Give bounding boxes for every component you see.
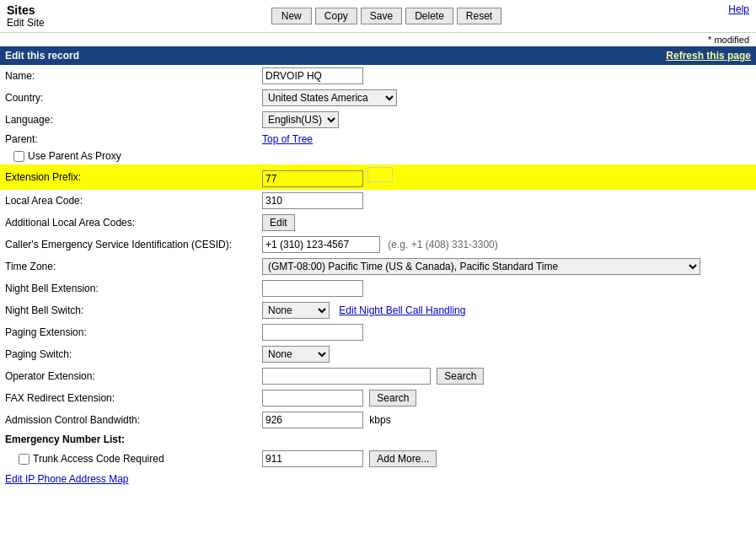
- admission-bandwidth-row: Admission Control Bandwidth: kbps: [0, 409, 756, 431]
- parent-link[interactable]: Top of Tree: [262, 133, 313, 145]
- additional-area-edit-button[interactable]: Edit: [262, 214, 295, 231]
- trunk-access-row: Trunk Access Code Required Add More...: [0, 448, 756, 470]
- help-link[interactable]: Help: [728, 3, 749, 15]
- refresh-link[interactable]: Refresh this page: [666, 50, 751, 62]
- header-left: Sites Edit Site: [7, 3, 45, 29]
- proxy-checkbox[interactable]: [13, 151, 24, 162]
- paging-switch-row: Paging Switch: None: [0, 343, 756, 365]
- paging-switch-select[interactable]: None: [262, 346, 330, 363]
- night-bell-ext-row: Night Bell Extension:: [0, 277, 756, 299]
- parent-label: Parent:: [0, 131, 257, 148]
- admission-bandwidth-label: Admission Control Bandwidth:: [0, 409, 257, 431]
- paging-switch-label: Paging Switch:: [0, 343, 257, 365]
- fax-search-button[interactable]: Search: [369, 390, 416, 407]
- kbps-unit: kbps: [369, 414, 390, 426]
- admission-bandwidth-input[interactable]: [262, 412, 363, 428]
- trunk-access-checkbox-label: Trunk Access Code Required: [5, 453, 252, 465]
- extension-prefix-input[interactable]: [262, 170, 363, 187]
- timezone-label: Time Zone:: [0, 256, 257, 277]
- country-label: Country:: [0, 87, 257, 109]
- emergency-number-input[interactable]: [262, 450, 363, 467]
- save-button[interactable]: Save: [361, 8, 402, 24]
- edit-form: Name: Country: United States America Lan…: [0, 65, 756, 470]
- parent-row: Parent: Top of Tree: [0, 131, 756, 148]
- night-bell-ext-label: Night Bell Extension:: [0, 277, 257, 299]
- fax-redirect-input[interactable]: [262, 390, 363, 407]
- trunk-access-label: Trunk Access Code Required: [33, 453, 164, 465]
- copy-button[interactable]: Copy: [315, 8, 357, 24]
- page-subtitle: Edit Site: [7, 17, 45, 29]
- section-header: Edit this record Refresh this page: [0, 46, 756, 65]
- name-input[interactable]: [262, 67, 363, 84]
- night-bell-switch-row: Night Bell Switch: None Edit Night Bell …: [0, 299, 756, 321]
- modified-text: * modified: [708, 35, 749, 45]
- country-select[interactable]: United States America: [262, 89, 397, 106]
- language-label: Language:: [0, 109, 257, 131]
- delete-button[interactable]: Delete: [405, 8, 453, 24]
- section-label: Edit this record: [5, 50, 79, 62]
- operator-search-button[interactable]: Search: [437, 368, 484, 385]
- trunk-access-checkbox[interactable]: [19, 454, 29, 465]
- timezone-row: Time Zone: (GMT-08:00) Pacific Time (US …: [0, 256, 756, 277]
- proxy-row: Use Parent As Proxy: [0, 148, 756, 164]
- extension-prefix-label: Extension Prefix:: [0, 164, 257, 190]
- paging-ext-label: Paging Extension:: [0, 321, 257, 343]
- cesid-row: Caller's Emergency Service Identificatio…: [0, 234, 756, 256]
- page-title: Sites: [7, 3, 45, 17]
- cesid-label: Caller's Emergency Service Identificatio…: [0, 234, 257, 256]
- operator-ext-label: Operator Extension:: [0, 365, 257, 387]
- language-select[interactable]: English(US): [262, 111, 339, 128]
- cesid-input[interactable]: [262, 236, 380, 253]
- operator-ext-input[interactable]: [262, 368, 431, 385]
- emergency-list-label: Emergency Number List:: [5, 433, 125, 445]
- emergency-header-row: Emergency Number List:: [0, 431, 756, 448]
- night-bell-switch-select[interactable]: None: [262, 302, 330, 319]
- paging-ext-row: Paging Extension:: [0, 321, 756, 343]
- reset-button[interactable]: Reset: [457, 8, 501, 24]
- night-bell-switch-label: Night Bell Switch:: [0, 299, 257, 321]
- cesid-hint: (e.g. +1 (408) 331-3300): [388, 239, 497, 250]
- night-bell-ext-input[interactable]: [262, 280, 363, 297]
- toolbar-buttons: New Copy Save Delete Reset: [271, 8, 501, 24]
- language-row: Language: English(US): [0, 109, 756, 131]
- timezone-select[interactable]: (GMT-08:00) Pacific Time (US & Canada), …: [262, 258, 700, 275]
- operator-ext-row: Operator Extension: Search: [0, 365, 756, 387]
- name-row: Name:: [0, 65, 756, 87]
- add-more-button[interactable]: Add More...: [369, 450, 437, 467]
- proxy-checkbox-label: Use Parent As Proxy: [13, 150, 751, 162]
- local-area-code-label: Local Area Code:: [0, 190, 257, 212]
- additional-area-row: Additional Local Area Codes: Edit: [0, 212, 756, 234]
- edit-night-bell-link[interactable]: Edit Night Bell Call Handling: [339, 304, 465, 316]
- fax-redirect-row: FAX Redirect Extension: Search: [0, 387, 756, 409]
- country-row: Country: United States America: [0, 87, 756, 109]
- local-area-code-input[interactable]: [262, 192, 363, 209]
- fax-redirect-label: FAX Redirect Extension:: [0, 387, 257, 409]
- local-area-code-row: Local Area Code:: [0, 190, 756, 212]
- new-button[interactable]: New: [271, 8, 312, 24]
- header-bar: Sites Edit Site New Copy Save Delete Res…: [0, 0, 756, 33]
- paging-ext-input[interactable]: [262, 324, 363, 341]
- additional-area-label: Additional Local Area Codes:: [0, 212, 257, 234]
- modified-indicator: * modified: [0, 33, 756, 46]
- extension-prefix-row: Extension Prefix:: [0, 164, 756, 190]
- name-label: Name:: [0, 65, 257, 87]
- edit-ip-link[interactable]: Edit IP Phone Address Map: [0, 470, 756, 488]
- proxy-label: Use Parent As Proxy: [28, 150, 121, 162]
